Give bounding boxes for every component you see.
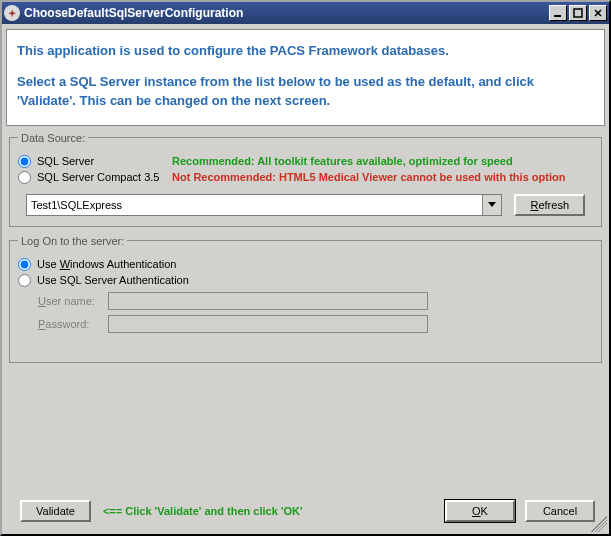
svg-marker-4: [488, 202, 496, 207]
username-input: [108, 292, 428, 310]
chevron-down-icon: [488, 202, 496, 208]
window-buttons: [549, 5, 607, 21]
validate-hint: <== Click 'Validate' and then click 'OK': [103, 505, 445, 517]
password-label: Password:: [38, 318, 108, 330]
instance-dropdown-button[interactable]: [482, 195, 501, 215]
username-label: User name:: [38, 295, 108, 307]
window-title: ChooseDefaultSqlServerConfiguration: [24, 6, 549, 20]
resize-grip[interactable]: [591, 516, 607, 532]
ok-button[interactable]: OK: [445, 500, 515, 522]
radio-sql-server-row[interactable]: SQL Server Recommended: All toolkit feat…: [18, 155, 593, 168]
instance-combobox[interactable]: [26, 194, 502, 216]
radio-sql-server[interactable]: [18, 155, 31, 168]
radio-windows-auth[interactable]: [18, 258, 31, 271]
radio-windows-auth-label: Use Windows Authentication: [37, 258, 176, 270]
button-bar: Validate <== Click 'Validate' and then c…: [2, 500, 609, 522]
username-row: User name:: [38, 292, 593, 310]
logon-legend: Log On to the server:: [18, 235, 127, 247]
radio-sql-compact-label: SQL Server Compact 3.5: [37, 171, 172, 183]
intro-text-1: This application is used to configure th…: [17, 42, 594, 61]
data-source-group: Data Source: SQL Server Recommended: All…: [9, 132, 602, 227]
minimize-button[interactable]: [549, 5, 567, 21]
content-area: This application is used to configure th…: [2, 29, 609, 363]
title-bar[interactable]: ✦ ChooseDefaultSqlServerConfiguration: [2, 2, 609, 24]
sql-server-note: Recommended: All toolkit features availa…: [172, 155, 513, 167]
cancel-button[interactable]: Cancel: [525, 500, 595, 522]
app-icon: ✦: [4, 5, 20, 21]
data-source-legend: Data Source:: [18, 132, 88, 144]
radio-sql-auth[interactable]: [18, 274, 31, 287]
close-button[interactable]: [589, 5, 607, 21]
password-row: Password:: [38, 315, 593, 333]
radio-sql-auth-row[interactable]: Use SQL Server Authentication: [18, 274, 593, 287]
refresh-button[interactable]: Refresh: [514, 194, 585, 216]
intro-panel: This application is used to configure th…: [6, 29, 605, 126]
instance-input[interactable]: [27, 195, 482, 215]
radio-sql-compact[interactable]: [18, 171, 31, 184]
credentials-form: User name: Password:: [18, 292, 593, 333]
dialog-window: ✦ ChooseDefaultSqlServerConfiguration Th…: [0, 0, 611, 536]
dialog-buttons: OK Cancel: [445, 500, 595, 522]
svg-rect-0: [554, 15, 561, 17]
radio-sql-server-label: SQL Server: [37, 155, 172, 167]
sql-compact-note: Not Recommended: HTML5 Medical Viewer ca…: [172, 171, 565, 183]
radio-sql-compact-row[interactable]: SQL Server Compact 3.5 Not Recommended: …: [18, 171, 593, 184]
password-input: [108, 315, 428, 333]
validate-button[interactable]: Validate: [20, 500, 91, 522]
radio-windows-auth-row[interactable]: Use Windows Authentication: [18, 258, 593, 271]
radio-sql-auth-label: Use SQL Server Authentication: [37, 274, 189, 286]
intro-text-2: Select a SQL Server instance from the li…: [17, 73, 594, 111]
maximize-button[interactable]: [569, 5, 587, 21]
svg-rect-1: [574, 9, 582, 17]
logon-group: Log On to the server: Use Windows Authen…: [9, 235, 602, 363]
instance-row: Refresh: [26, 194, 585, 216]
